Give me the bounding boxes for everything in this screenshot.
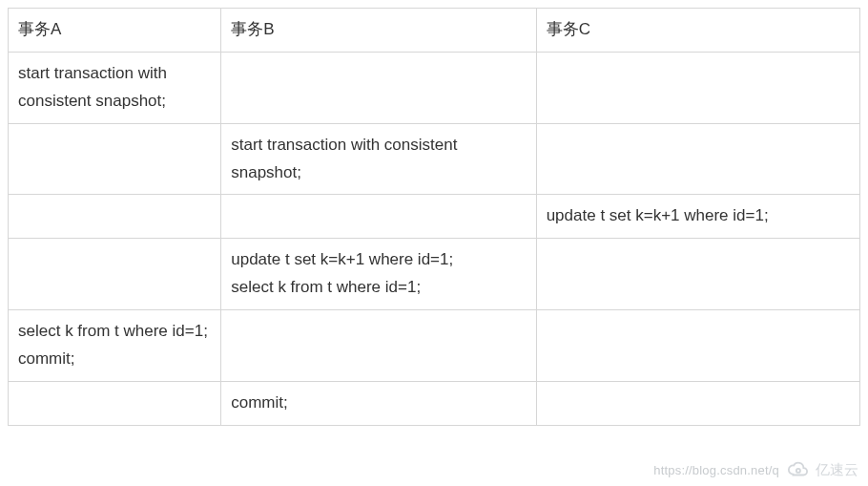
table-row: select k from t where id=1; commit;	[9, 310, 860, 382]
table-header-row: 事务A 事务B 事务C	[9, 9, 860, 53]
cell-c: update t set k=k+1 where id=1;	[536, 195, 859, 239]
cell-b: start transaction with consistent snapsh…	[221, 123, 536, 195]
header-col-c: 事务C	[536, 9, 859, 53]
cell-c	[536, 310, 859, 382]
header-col-a: 事务A	[9, 9, 221, 53]
cell-b	[221, 52, 536, 123]
transaction-table: 事务A 事务B 事务C start transaction with consi…	[8, 8, 860, 426]
table-row: update t set k=k+1 where id=1; select k …	[9, 239, 860, 310]
cell-c	[536, 239, 859, 310]
cell-b	[221, 195, 536, 239]
table-row: update t set k=k+1 where id=1;	[9, 195, 860, 239]
cell-a	[9, 239, 221, 310]
cell-c	[536, 52, 859, 123]
cell-b: commit;	[221, 381, 536, 425]
table-row: start transaction with consistent snapsh…	[9, 52, 860, 123]
table-row: commit;	[9, 381, 860, 425]
cell-a	[9, 123, 221, 195]
cell-a: select k from t where id=1; commit;	[9, 310, 221, 382]
cell-c	[536, 381, 859, 425]
cell-a	[9, 381, 221, 425]
cell-c	[536, 123, 859, 195]
cell-a	[9, 195, 221, 239]
cell-b	[221, 310, 536, 382]
cell-b: update t set k=k+1 where id=1; select k …	[221, 239, 536, 310]
header-col-b: 事务B	[221, 9, 536, 53]
table-row: start transaction with consistent snapsh…	[9, 123, 860, 195]
cell-a: start transaction with consistent snapsh…	[9, 52, 221, 123]
